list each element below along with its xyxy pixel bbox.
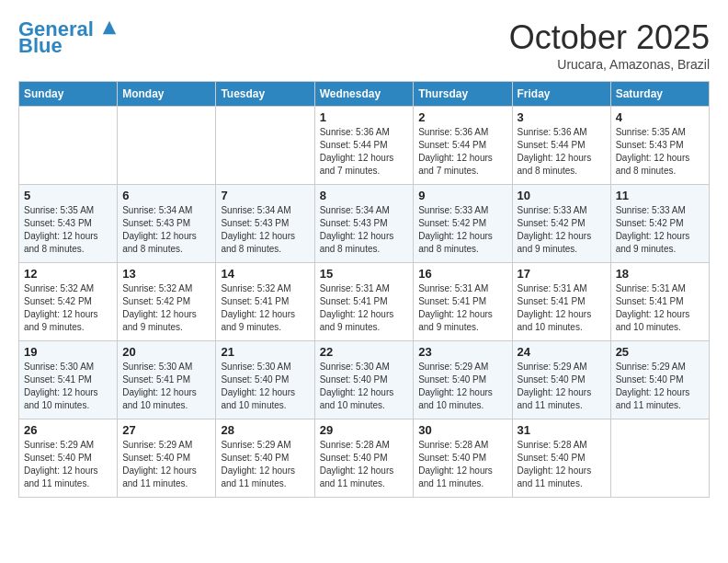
calendar-cell: 23Sunrise: 5:29 AM Sunset: 5:40 PM Dayli… [414, 341, 512, 419]
calendar-cell: 28Sunrise: 5:29 AM Sunset: 5:40 PM Dayli… [216, 419, 314, 498]
calendar-cell: 3Sunrise: 5:36 AM Sunset: 5:44 PM Daylig… [512, 107, 610, 185]
day-info: Sunrise: 5:33 AM Sunset: 5:42 PM Dayligh… [518, 204, 606, 256]
calendar-cell: 4Sunrise: 5:35 AM Sunset: 5:43 PM Daylig… [610, 107, 709, 185]
day-info: Sunrise: 5:28 AM Sunset: 5:40 PM Dayligh… [518, 439, 606, 490]
calendar-cell: 2Sunrise: 5:36 AM Sunset: 5:44 PM Daylig… [414, 107, 512, 185]
day-info: Sunrise: 5:34 AM Sunset: 5:43 PM Dayligh… [221, 204, 309, 256]
day-number: 11 [616, 189, 704, 202]
calendar-cell [216, 107, 314, 185]
day-number: 25 [616, 345, 704, 359]
calendar-cell [118, 107, 216, 185]
day-info: Sunrise: 5:34 AM Sunset: 5:43 PM Dayligh… [320, 204, 409, 256]
day-number: 21 [221, 345, 309, 359]
day-number: 23 [418, 345, 506, 359]
day-number: 22 [320, 345, 409, 359]
day-number: 7 [221, 189, 309, 202]
logo-icon [101, 19, 118, 36]
day-info: Sunrise: 5:30 AM Sunset: 5:41 PM Dayligh… [24, 361, 112, 412]
day-info: Sunrise: 5:28 AM Sunset: 5:40 PM Dayligh… [320, 439, 409, 490]
calendar-cell: 7Sunrise: 5:34 AM Sunset: 5:43 PM Daylig… [216, 185, 314, 263]
month-title: October 2025 [509, 18, 710, 57]
day-info: Sunrise: 5:29 AM Sunset: 5:40 PM Dayligh… [221, 439, 309, 490]
calendar-cell: 24Sunrise: 5:29 AM Sunset: 5:40 PM Dayli… [512, 341, 610, 419]
day-info: Sunrise: 5:32 AM Sunset: 5:42 PM Dayligh… [122, 282, 210, 334]
day-info: Sunrise: 5:31 AM Sunset: 5:41 PM Dayligh… [320, 282, 409, 334]
day-info: Sunrise: 5:29 AM Sunset: 5:40 PM Dayligh… [24, 439, 112, 490]
day-info: Sunrise: 5:32 AM Sunset: 5:42 PM Dayligh… [24, 282, 112, 334]
day-number: 29 [320, 423, 409, 437]
day-number: 16 [418, 267, 506, 281]
calendar-cell: 17Sunrise: 5:31 AM Sunset: 5:41 PM Dayli… [512, 263, 610, 341]
calendar-cell: 9Sunrise: 5:33 AM Sunset: 5:42 PM Daylig… [414, 185, 512, 263]
day-info: Sunrise: 5:36 AM Sunset: 5:44 PM Dayligh… [418, 126, 506, 178]
day-info: Sunrise: 5:29 AM Sunset: 5:40 PM Dayligh… [418, 361, 506, 412]
calendar-cell: 30Sunrise: 5:28 AM Sunset: 5:40 PM Dayli… [414, 419, 512, 498]
calendar-cell: 10Sunrise: 5:33 AM Sunset: 5:42 PM Dayli… [512, 185, 610, 263]
logo: General Blue [18, 18, 118, 55]
header-monday: Monday [118, 82, 216, 107]
calendar-cell [19, 107, 118, 185]
header-saturday: Saturday [610, 82, 709, 107]
day-number: 12 [24, 267, 112, 281]
day-number: 2 [418, 110, 506, 124]
day-number: 28 [221, 423, 309, 437]
calendar-week-3: 12Sunrise: 5:32 AM Sunset: 5:42 PM Dayli… [19, 263, 710, 341]
title-block: October 2025 Urucara, Amazonas, Brazil [509, 18, 710, 72]
calendar-cell: 25Sunrise: 5:29 AM Sunset: 5:40 PM Dayli… [610, 341, 709, 419]
day-info: Sunrise: 5:31 AM Sunset: 5:41 PM Dayligh… [418, 282, 506, 334]
calendar-cell: 8Sunrise: 5:34 AM Sunset: 5:43 PM Daylig… [314, 185, 414, 263]
day-info: Sunrise: 5:33 AM Sunset: 5:42 PM Dayligh… [616, 204, 704, 256]
calendar-week-2: 5Sunrise: 5:35 AM Sunset: 5:43 PM Daylig… [19, 185, 710, 263]
day-info: Sunrise: 5:35 AM Sunset: 5:43 PM Dayligh… [616, 126, 704, 178]
page-header: General Blue October 2025 Urucara, Amazo… [18, 18, 710, 72]
calendar-table: SundayMondayTuesdayWednesdayThursdayFrid… [18, 81, 710, 498]
day-number: 24 [518, 345, 606, 359]
day-number: 30 [418, 423, 506, 437]
calendar-cell: 26Sunrise: 5:29 AM Sunset: 5:40 PM Dayli… [19, 419, 118, 498]
day-number: 10 [518, 189, 606, 202]
calendar-header-row: SundayMondayTuesdayWednesdayThursdayFrid… [19, 82, 710, 107]
day-number: 6 [122, 189, 210, 202]
calendar-cell [610, 419, 709, 498]
day-number: 3 [518, 110, 606, 124]
day-number: 14 [221, 267, 309, 281]
calendar-cell: 5Sunrise: 5:35 AM Sunset: 5:43 PM Daylig… [19, 185, 118, 263]
day-info: Sunrise: 5:34 AM Sunset: 5:43 PM Dayligh… [122, 204, 210, 256]
calendar-cell: 21Sunrise: 5:30 AM Sunset: 5:40 PM Dayli… [216, 341, 314, 419]
day-number: 9 [418, 189, 506, 202]
header-tuesday: Tuesday [216, 82, 314, 107]
day-info: Sunrise: 5:32 AM Sunset: 5:41 PM Dayligh… [221, 282, 309, 334]
day-number: 26 [24, 423, 112, 437]
calendar-cell: 14Sunrise: 5:32 AM Sunset: 5:41 PM Dayli… [216, 263, 314, 341]
day-info: Sunrise: 5:30 AM Sunset: 5:40 PM Dayligh… [221, 361, 309, 412]
day-info: Sunrise: 5:30 AM Sunset: 5:41 PM Dayligh… [122, 361, 210, 412]
day-info: Sunrise: 5:35 AM Sunset: 5:43 PM Dayligh… [24, 204, 112, 256]
calendar-cell: 18Sunrise: 5:31 AM Sunset: 5:41 PM Dayli… [610, 263, 709, 341]
day-info: Sunrise: 5:28 AM Sunset: 5:40 PM Dayligh… [418, 439, 506, 490]
calendar-week-5: 26Sunrise: 5:29 AM Sunset: 5:40 PM Dayli… [19, 419, 710, 498]
calendar-cell: 20Sunrise: 5:30 AM Sunset: 5:41 PM Dayli… [118, 341, 216, 419]
day-info: Sunrise: 5:36 AM Sunset: 5:44 PM Dayligh… [518, 126, 606, 178]
day-info: Sunrise: 5:30 AM Sunset: 5:40 PM Dayligh… [320, 361, 409, 412]
day-number: 5 [24, 189, 112, 202]
calendar-cell: 1Sunrise: 5:36 AM Sunset: 5:44 PM Daylig… [314, 107, 414, 185]
day-info: Sunrise: 5:31 AM Sunset: 5:41 PM Dayligh… [518, 282, 606, 334]
header-thursday: Thursday [414, 82, 512, 107]
calendar-cell: 29Sunrise: 5:28 AM Sunset: 5:40 PM Dayli… [314, 419, 414, 498]
day-number: 20 [122, 345, 210, 359]
calendar-cell: 31Sunrise: 5:28 AM Sunset: 5:40 PM Dayli… [512, 419, 610, 498]
day-info: Sunrise: 5:36 AM Sunset: 5:44 PM Dayligh… [320, 126, 409, 178]
day-number: 4 [616, 110, 704, 124]
day-info: Sunrise: 5:29 AM Sunset: 5:40 PM Dayligh… [518, 361, 606, 412]
calendar-cell: 6Sunrise: 5:34 AM Sunset: 5:43 PM Daylig… [118, 185, 216, 263]
calendar-cell: 27Sunrise: 5:29 AM Sunset: 5:40 PM Dayli… [118, 419, 216, 498]
day-info: Sunrise: 5:29 AM Sunset: 5:40 PM Dayligh… [616, 361, 704, 412]
svg-marker-0 [103, 21, 116, 34]
day-number: 27 [122, 423, 210, 437]
calendar-cell: 19Sunrise: 5:30 AM Sunset: 5:41 PM Dayli… [19, 341, 118, 419]
calendar-week-1: 1Sunrise: 5:36 AM Sunset: 5:44 PM Daylig… [19, 107, 710, 185]
location-subtitle: Urucara, Amazonas, Brazil [509, 57, 710, 72]
calendar-cell: 12Sunrise: 5:32 AM Sunset: 5:42 PM Dayli… [19, 263, 118, 341]
calendar-cell: 16Sunrise: 5:31 AM Sunset: 5:41 PM Dayli… [414, 263, 512, 341]
calendar-cell: 15Sunrise: 5:31 AM Sunset: 5:41 PM Dayli… [314, 263, 414, 341]
